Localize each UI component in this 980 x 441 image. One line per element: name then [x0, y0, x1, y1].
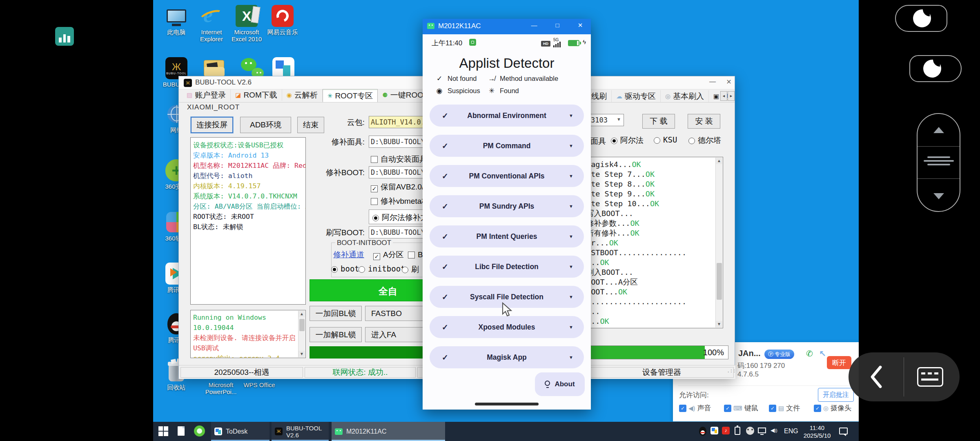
annotate-button[interactable]: 开启批注 [818, 388, 854, 402]
scroll-drag-handle[interactable] [918, 147, 960, 179]
applist-item[interactable]: ✓ Libc File Detection ▼ [430, 256, 584, 278]
tray-volume-icon[interactable]: ◀)) [771, 427, 777, 433]
chevron-down-icon[interactable]: ▼ [569, 294, 573, 299]
oneplus-relock-bl-button[interactable]: 一加回BL锁 [310, 306, 362, 321]
desktop-icon-netease-music[interactable]: 网易云音乐 [265, 3, 300, 36]
applist-item[interactable]: ✓ PM Command ▼ [430, 135, 584, 157]
checkbox-checked-icon[interactable]: ✓ [679, 405, 686, 412]
tab-scroll-right-button[interactable]: ► [728, 91, 735, 101]
applist-item[interactable]: ✓ Xposed Modules ▼ [430, 316, 584, 338]
desktop-icon-wps-label[interactable]: WPS Office [241, 381, 278, 388]
left-log-box[interactable]: Running on Windows 10.0.19044 未检测到设备. 请连… [190, 310, 306, 358]
checkbox-checked-icon[interactable]: ✓ [814, 405, 821, 412]
taskbar-task-bubu[interactable]: Ж BUBU-TOOL V2.6 [272, 422, 329, 441]
bubu-tab[interactable]: ◪ ROM下载 [231, 89, 282, 101]
bubu-tab[interactable]: ◉ 云解析 [282, 89, 323, 101]
tray-clock[interactable]: 11:40 2025/5/10 [802, 424, 833, 439]
permission-item[interactable]: ✓ ◎ 摄像头 [814, 403, 859, 413]
checkbox-icon[interactable] [371, 198, 378, 205]
device-info-box[interactable]: 设备授权状态:设备USB已授权安卓版本: Android 13机型名称: M20… [190, 137, 306, 305]
tray-usb-icon[interactable] [735, 427, 740, 435]
connect-mirror-button[interactable]: 连接投屏 [191, 117, 233, 133]
bubu-tab[interactable]: ✳ ROOT专区 [323, 89, 378, 102]
notepad-icon[interactable] [178, 426, 185, 436]
bubu-tab[interactable]: ☁ 驱动专区 [612, 90, 661, 102]
chevron-down-icon[interactable]: ▼ [569, 234, 573, 239]
right-log-scrollbar[interactable]: ▲ ▼ [715, 158, 722, 327]
radio-selected-icon[interactable] [372, 215, 379, 221]
desktop-icon-powerpoint-label[interactable]: Microsoft PowerPoi... [202, 381, 240, 395]
resize-grip[interactable]: .:: [727, 368, 736, 374]
tab-scroll-left-button[interactable]: ◄ [720, 91, 727, 101]
mouse-right-button-overlay[interactable] [909, 55, 962, 82]
radio-icon[interactable] [359, 266, 365, 273]
scroll-thumb[interactable] [299, 319, 305, 331]
nav-handle[interactable] [475, 403, 539, 405]
bubu-tab[interactable]: ◎ 基本刷入 [661, 90, 709, 102]
voice-call-icon[interactable]: ✆ [806, 349, 813, 359]
desktop-icon-internet-explorer[interactable]: e Internet Explorer [194, 3, 229, 42]
disconnect-button[interactable]: 断开 [827, 356, 851, 369]
radio-selected-icon[interactable] [331, 266, 338, 273]
checkbox-checked-icon[interactable]: ✓ [724, 405, 731, 412]
maximize-button[interactable]: □ [550, 22, 565, 29]
flash-radio[interactable]: 刷 [402, 264, 419, 275]
applist-item[interactable]: ✓ PM Intent Queries ▼ [430, 225, 584, 247]
permission-item[interactable]: ✓ ⌨ 键鼠 [724, 403, 769, 413]
chevron-down-icon[interactable]: ▼ [569, 204, 573, 209]
oneplus-unlock-bl-button[interactable]: 一加解BL锁 [310, 327, 362, 342]
permission-item[interactable]: ✓ ▤ 文件 [769, 403, 814, 413]
tray-panda-icon[interactable] [746, 427, 754, 435]
download-button[interactable]: 下 载 [642, 114, 675, 129]
remote-cursor-icon[interactable]: ↖ [819, 348, 826, 358]
checkbox-icon[interactable] [371, 156, 378, 163]
phone-titlebar[interactable]: M2012K11AC — □ ✕ [423, 19, 591, 34]
radio-selected-icon[interactable] [611, 138, 617, 144]
tray-netease-icon[interactable]: ♪ [722, 427, 730, 434]
back-button[interactable] [866, 364, 887, 390]
adb-env-button[interactable]: ADB环境 [240, 117, 291, 133]
desktop-icon-this-pc[interactable]: 此电脑 [159, 3, 194, 36]
browser-360-icon[interactable] [194, 425, 205, 437]
chevron-down-icon[interactable]: ▼ [617, 117, 621, 122]
applist-item[interactable]: ✓ PM Conventional APIs ▼ [430, 165, 584, 187]
mini-chart-icon[interactable] [55, 27, 74, 46]
checkbox-checked-icon[interactable]: ✓ [371, 185, 378, 192]
ksu-radio[interactable]: KSU [654, 135, 677, 144]
tray-network-icon[interactable] [758, 428, 766, 433]
patch-vbmeta-checkbox[interactable]: 修补vbmeta标 [371, 196, 429, 207]
chevron-down-icon[interactable]: ▼ [569, 113, 573, 118]
tray-todesk-icon[interactable] [710, 427, 718, 434]
close-button[interactable]: ✕ [722, 78, 736, 86]
close-button[interactable]: ✕ [573, 22, 588, 29]
radio-icon[interactable] [654, 137, 660, 144]
checkbox-checked-icon[interactable]: ✓ [373, 253, 380, 260]
enter-fastboot-button[interactable]: 进入FA [365, 327, 426, 342]
scroll-up-icon[interactable]: ▲ [298, 311, 305, 317]
tray-qq-icon[interactable] [699, 427, 707, 436]
radio-icon[interactable] [402, 267, 408, 273]
minimize-button[interactable]: — [527, 22, 541, 29]
left-log-scrollbar[interactable]: ▲ ▼ [298, 311, 305, 357]
minimize-button[interactable]: — [706, 78, 719, 85]
end-button[interactable]: 结束 [297, 117, 324, 133]
mouse-left-button-overlay[interactable] [895, 5, 947, 32]
desktop-icon-excel[interactable]: X Microsoft Excel 2010 [229, 3, 264, 42]
right-log-box[interactable]: Magisk4...OKute Step 7...OKute Step 8...… [571, 157, 723, 328]
chevron-down-icon[interactable]: ▼ [569, 355, 573, 360]
alpha-radio[interactable]: 阿尔法 [611, 135, 644, 146]
keyboard-button[interactable] [917, 367, 943, 387]
scroll-up-button[interactable] [918, 114, 960, 147]
radio-icon[interactable] [688, 138, 695, 144]
scroll-thumb[interactable] [717, 263, 722, 300]
status-device-manager[interactable]: 设备管理器 [590, 367, 734, 378]
about-button[interactable]: About [535, 372, 585, 396]
checkbox-icon[interactable] [408, 252, 415, 258]
bubu-tab[interactable]: ▨ 账户登录 [182, 89, 231, 101]
chevron-down-icon[interactable]: ▼ [569, 174, 573, 178]
scroll-down-button[interactable] [918, 179, 960, 213]
delta-radio[interactable]: 德尔塔 [688, 135, 721, 146]
patch-channel-link[interactable]: 修补通道 [333, 249, 364, 260]
tray-language[interactable]: ENG [784, 428, 798, 435]
scroll-down-icon[interactable]: ▼ [716, 321, 722, 327]
